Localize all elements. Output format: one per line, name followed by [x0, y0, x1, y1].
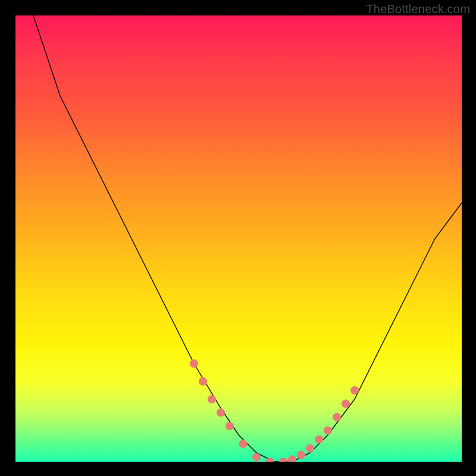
plot-area [15, 15, 462, 462]
watermark-text: TheBottleneck.com [366, 2, 470, 16]
highlight-dot [239, 440, 248, 448]
bottleneck-curve [33, 15, 462, 462]
highlight-dot [350, 386, 359, 394]
highlight-dot [190, 359, 198, 368]
highlight-dot [217, 409, 225, 417]
highlight-dot [199, 377, 207, 386]
highlight-dot [226, 422, 234, 430]
highlight-dot [333, 413, 341, 421]
highlight-dot [208, 395, 216, 403]
highlight-dots-group [190, 359, 359, 462]
highlight-dot [315, 436, 323, 444]
highlight-dot [342, 400, 350, 408]
highlight-dot [306, 444, 314, 453]
curve-svg [15, 15, 462, 462]
highlight-dot [252, 453, 261, 462]
chart-frame: TheBottleneck.com [0, 0, 476, 476]
highlight-dot [324, 427, 332, 435]
highlight-dot [288, 455, 296, 462]
highlight-dot [297, 451, 305, 459]
highlight-dot [279, 458, 287, 462]
